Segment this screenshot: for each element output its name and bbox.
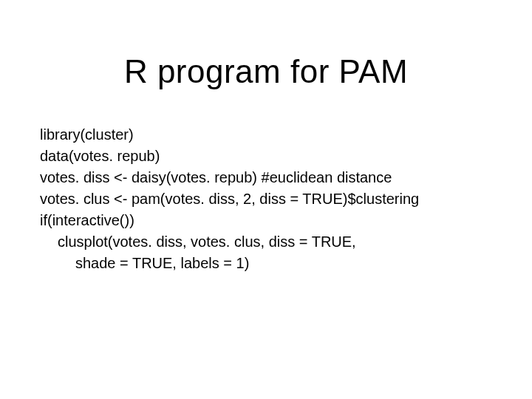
code-block: library(cluster) data(votes. repub) vote…	[40, 124, 492, 274]
code-line: data(votes. repub)	[40, 146, 492, 167]
code-line: votes. diss <- daisy(votes. repub) #eucl…	[40, 167, 492, 188]
slide: R program for PAM library(cluster) data(…	[0, 0, 532, 399]
code-line: shade = TRUE, labels = 1)	[40, 253, 492, 274]
code-line: votes. clus <- pam(votes. diss, 2, diss …	[40, 188, 492, 210]
slide-title: R program for PAM	[0, 53, 532, 90]
code-line: clusplot(votes. diss, votes. clus, diss …	[40, 231, 492, 253]
code-line: library(cluster)	[40, 124, 492, 146]
code-line: if(interactive())	[40, 210, 492, 231]
